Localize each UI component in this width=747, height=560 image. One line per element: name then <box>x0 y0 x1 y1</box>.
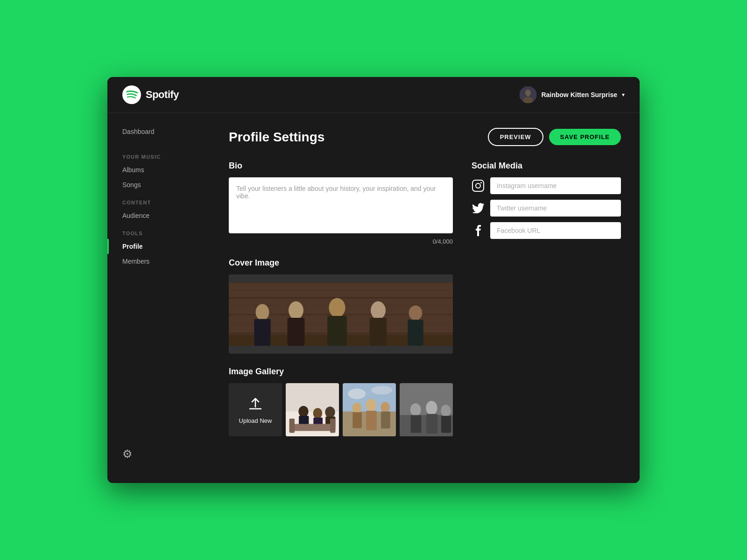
settings-icon[interactable]: ⚙ <box>122 448 133 460</box>
instagram-input[interactable] <box>490 177 621 194</box>
upload-label: Upload New <box>239 417 272 424</box>
svg-rect-43 <box>366 411 377 430</box>
sidebar-nav: Dashboard YOUR MUSIC Albums Songs CONTEN… <box>107 124 210 436</box>
twitter-group <box>472 200 621 217</box>
app-window: Spotify Rainbow Kitten Surprise ▾ Dashbo… <box>107 77 640 483</box>
cover-image-container[interactable] <box>229 274 453 354</box>
two-col-layout: Bio 0/4,000 Cover Image <box>229 161 621 436</box>
sidebar-item-members[interactable]: Members <box>107 254 210 269</box>
right-column: Social Media <box>472 161 621 436</box>
facebook-input[interactable] <box>490 222 621 239</box>
sidebar-footer: ⚙ <box>107 436 210 472</box>
page-title: Profile Settings <box>229 130 324 145</box>
gallery-item[interactable] <box>343 383 396 436</box>
upload-new-button[interactable]: Upload New <box>229 383 282 436</box>
main-layout: Dashboard YOUR MUSIC Albums Songs CONTEN… <box>107 113 640 483</box>
facebook-icon <box>472 224 485 237</box>
svg-point-44 <box>381 402 390 413</box>
svg-rect-55 <box>472 180 484 191</box>
avatar <box>520 86 536 103</box>
app-header: Spotify Rainbow Kitten Surprise ▾ <box>107 77 640 113</box>
svg-rect-41 <box>352 412 362 428</box>
sidebar-section-tools: TOOLS <box>107 223 210 239</box>
main-content: Profile Settings PREVIEW SAVE PROFILE Bi… <box>210 113 640 483</box>
gallery-title: Image Gallery <box>229 367 453 377</box>
gallery-item[interactable] <box>286 383 339 436</box>
page-header: Profile Settings PREVIEW SAVE PROFILE <box>229 128 621 146</box>
cover-image-section: Cover Image <box>229 258 453 354</box>
gallery-item[interactable] <box>400 383 453 436</box>
sidebar: Dashboard YOUR MUSIC Albums Songs CONTEN… <box>107 113 210 483</box>
bio-title: Bio <box>229 161 453 171</box>
svg-point-57 <box>480 182 482 183</box>
svg-point-27 <box>298 406 308 417</box>
chevron-down-icon: ▾ <box>622 91 625 98</box>
sidebar-item-albums[interactable]: Albums <box>107 162 210 177</box>
svg-point-3 <box>525 90 531 96</box>
sidebar-item-songs[interactable]: Songs <box>107 177 210 192</box>
twitter-icon <box>472 202 485 215</box>
image-gallery-section: Image Gallery Upload New <box>229 367 453 436</box>
twitter-input[interactable] <box>490 200 621 217</box>
svg-rect-33 <box>293 424 335 431</box>
sidebar-section-content: CONTENT <box>107 192 210 208</box>
instagram-icon <box>472 179 485 192</box>
bio-textarea[interactable] <box>229 177 453 233</box>
svg-point-29 <box>313 408 323 419</box>
svg-point-39 <box>371 386 393 394</box>
svg-point-42 <box>366 399 376 411</box>
logo-area: Spotify <box>122 85 179 104</box>
save-profile-button[interactable]: SAVE PROFILE <box>549 129 621 145</box>
instagram-group <box>472 177 621 194</box>
svg-rect-54 <box>400 383 453 436</box>
sidebar-item-dashboard[interactable]: Dashboard <box>107 124 210 147</box>
gallery-grid: Upload New <box>229 383 453 436</box>
upload-icon <box>247 396 264 413</box>
svg-point-0 <box>122 85 141 104</box>
header-actions: PREVIEW SAVE PROFILE <box>488 128 621 146</box>
sidebar-item-audience[interactable]: Audience <box>107 208 210 223</box>
facebook-group <box>472 222 621 239</box>
svg-rect-35 <box>330 419 335 433</box>
left-column: Bio 0/4,000 Cover Image <box>229 161 453 436</box>
user-name: Rainbow Kitten Surprise <box>541 91 617 98</box>
svg-rect-45 <box>381 412 390 428</box>
svg-rect-34 <box>289 419 295 433</box>
svg-rect-24 <box>229 282 453 346</box>
char-count: 0/4,000 <box>229 238 453 245</box>
svg-point-40 <box>352 403 362 413</box>
logo-text: Spotify <box>146 89 179 101</box>
svg-point-38 <box>348 388 366 399</box>
preview-button[interactable]: PREVIEW <box>488 128 543 146</box>
svg-point-56 <box>476 183 480 188</box>
user-area[interactable]: Rainbow Kitten Surprise ▾ <box>520 86 625 103</box>
social-media-title: Social Media <box>472 161 621 171</box>
cover-image-title: Cover Image <box>229 258 453 268</box>
sidebar-section-your-music: YOUR MUSIC <box>107 147 210 162</box>
bio-section: Bio 0/4,000 <box>229 161 453 245</box>
sidebar-item-profile[interactable]: Profile <box>107 239 210 254</box>
spotify-logo-icon <box>122 85 141 104</box>
svg-point-31 <box>325 406 335 418</box>
